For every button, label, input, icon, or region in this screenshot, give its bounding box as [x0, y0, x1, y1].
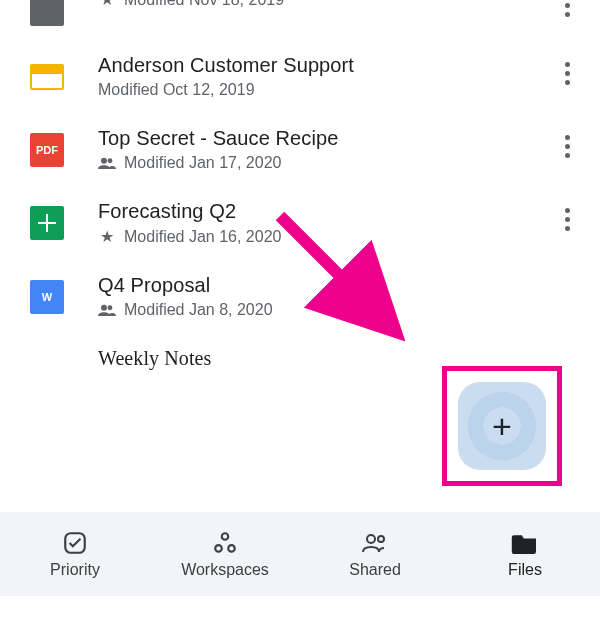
create-new-button[interactable]: +	[458, 382, 546, 470]
more-options-button[interactable]	[552, 200, 582, 231]
file-type-icon	[30, 0, 64, 26]
svg-point-7	[215, 545, 222, 552]
list-item[interactable]: PDF Top Secret - Sauce Recipe Modified J…	[0, 113, 600, 186]
svg-line-4	[280, 216, 380, 316]
app-viewport: ★ Modified Nov 18, 2019 Anderson Custome…	[0, 0, 600, 596]
file-meta: ★ Modified Nov 18, 2019	[98, 0, 552, 9]
file-meta: Modified Oct 12, 2019	[98, 81, 552, 99]
file-modified: Modified Nov 18, 2019	[124, 0, 284, 9]
file-info: Anderson Customer Support Modified Oct 1…	[64, 54, 552, 99]
priority-icon	[62, 529, 88, 557]
file-info: ★ Modified Nov 18, 2019	[64, 0, 552, 9]
svg-point-3	[108, 305, 113, 310]
file-title: Top Secret - Sauce Recipe	[98, 127, 552, 150]
folder-icon	[511, 529, 539, 557]
svg-point-6	[222, 533, 229, 540]
slides-icon	[30, 60, 64, 94]
file-type-icon	[30, 353, 64, 387]
plus-icon: +	[492, 407, 512, 446]
star-icon: ★	[98, 0, 116, 9]
file-modified: Modified Jan 16, 2020	[124, 228, 281, 246]
file-info: Top Secret - Sauce Recipe Modified Jan 1…	[64, 127, 552, 172]
nav-label: Files	[508, 561, 542, 579]
list-item[interactable]: ★ Modified Nov 18, 2019	[0, 0, 600, 40]
svg-point-0	[101, 158, 107, 164]
file-modified: Modified Jan 17, 2020	[124, 154, 281, 172]
workspaces-icon	[212, 529, 238, 557]
nav-shared[interactable]: Shared	[300, 512, 450, 596]
svg-point-1	[108, 158, 113, 163]
file-modified: Modified Jan 8, 2020	[124, 301, 273, 319]
svg-point-9	[367, 535, 375, 543]
more-options-button[interactable]	[552, 127, 582, 158]
word-icon: W	[30, 280, 64, 314]
nav-workspaces[interactable]: Workspaces	[150, 512, 300, 596]
nav-label: Workspaces	[181, 561, 269, 579]
annotation-highlight-box: +	[442, 366, 562, 486]
nav-priority[interactable]: Priority	[0, 512, 150, 596]
pdf-icon: PDF	[30, 133, 64, 167]
file-modified: Modified Oct 12, 2019	[98, 81, 255, 99]
shared-icon	[98, 156, 116, 170]
bottom-nav: Priority Workspaces Shared Files	[0, 512, 600, 596]
svg-point-10	[378, 536, 384, 542]
svg-point-8	[228, 545, 235, 552]
more-options-button[interactable]	[552, 0, 582, 17]
svg-point-2	[101, 305, 107, 311]
file-title: Anderson Customer Support	[98, 54, 552, 77]
sheets-icon	[30, 206, 64, 240]
file-meta: Modified Jan 17, 2020	[98, 154, 552, 172]
shared-icon	[361, 529, 389, 557]
list-item[interactable]: Anderson Customer Support Modified Oct 1…	[0, 40, 600, 113]
nav-label: Priority	[50, 561, 100, 579]
nav-label: Shared	[349, 561, 401, 579]
nav-files[interactable]: Files	[450, 512, 600, 596]
star-icon: ★	[98, 227, 116, 246]
shared-icon	[98, 303, 116, 317]
annotation-arrow-icon	[260, 196, 430, 366]
more-options-button[interactable]	[552, 54, 582, 85]
